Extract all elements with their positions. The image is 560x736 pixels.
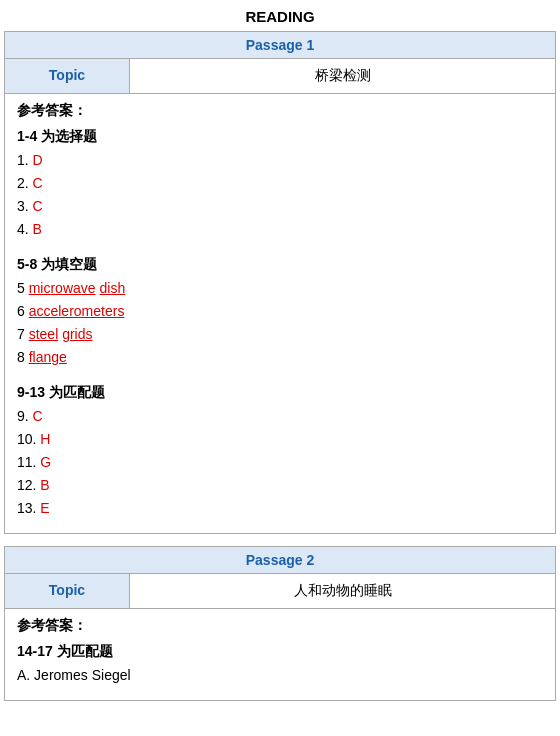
passage2-topic-label: Topic xyxy=(5,574,130,608)
passage1-topic-value: 桥梁检测 xyxy=(130,59,555,93)
answer-4: 4. B xyxy=(17,219,543,240)
answer-A: A. Jeromes Siegel xyxy=(17,665,543,686)
passage1-block: Passage 1 Topic 桥梁检测 参考答案： 1-4 为选择题 1. D… xyxy=(4,31,556,534)
page-title: READING xyxy=(0,0,560,31)
passage2-topic-value: 人和动物的睡眠 xyxy=(130,574,555,608)
passage1-answers: 参考答案： 1-4 为选择题 1. D 2. C 3. C 4. B 5-8 为… xyxy=(5,94,555,533)
answer-7: 7 steel grids xyxy=(17,324,543,345)
section1-title: 1-4 为选择题 xyxy=(17,128,543,146)
passage2-block: Passage 2 Topic 人和动物的睡眠 参考答案： 14-17 为匹配题… xyxy=(4,546,556,701)
answer-8: 8 flange xyxy=(17,347,543,368)
answer-5: 5 microwave dish xyxy=(17,278,543,299)
passage1-topic-row: Topic 桥梁检测 xyxy=(5,59,555,94)
answer-3: 3. C xyxy=(17,196,543,217)
section2-title: 5-8 为填空题 xyxy=(17,256,543,274)
answer-12: 12. B xyxy=(17,475,543,496)
passage2-ref-label: 参考答案： xyxy=(17,617,543,635)
answer-1: 1. D xyxy=(17,150,543,171)
section3-title: 9-13 为匹配题 xyxy=(17,384,543,402)
passage1-ref-label: 参考答案： xyxy=(17,102,543,120)
section4-title: 14-17 为匹配题 xyxy=(17,643,543,661)
answer-6: 6 accelerometers xyxy=(17,301,543,322)
passage2-answers: 参考答案： 14-17 为匹配题 A. Jeromes Siegel xyxy=(5,609,555,700)
passage1-header: Passage 1 xyxy=(5,32,555,59)
answer-10: 10. H xyxy=(17,429,543,450)
passage2-header: Passage 2 xyxy=(5,547,555,574)
answer-2: 2. C xyxy=(17,173,543,194)
answer-13: 13. E xyxy=(17,498,543,519)
answer-9: 9. C xyxy=(17,406,543,427)
passage1-topic-label: Topic xyxy=(5,59,130,93)
answer-11: 11. G xyxy=(17,452,543,473)
passage2-topic-row: Topic 人和动物的睡眠 xyxy=(5,574,555,609)
